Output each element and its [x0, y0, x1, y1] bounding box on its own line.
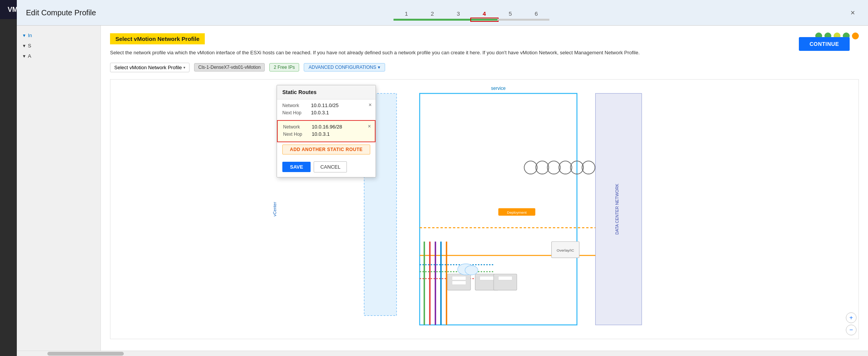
svg-text:DATA CENTER NETWORK: DATA CENTER NETWORK — [615, 184, 619, 235]
vmware-logo: VM — [8, 6, 18, 14]
step-3-label: 3 — [457, 8, 460, 19]
panel-section-a[interactable]: ▾ A — [17, 51, 100, 61]
close-button[interactable]: × — [847, 7, 859, 19]
steps-navigation: 1 2 3 4 5 — [394, 5, 549, 21]
modal-title: Edit Compute Profile — [26, 8, 96, 17]
adv-config-label: ADVANCED CONFIGURATIONS — [309, 65, 376, 70]
route-1-nexthop-field: Next Hop 10.0.3.1 — [282, 110, 370, 115]
zoom-controls: + − — [846, 312, 857, 335]
route-2-nexthop-field: Next Hop 10.0.3.1 — [283, 131, 369, 137]
advanced-configurations-button[interactable]: ADVANCED CONFIGURATIONS ▾ — [304, 63, 385, 72]
continue-button[interactable]: CONTINUE — [799, 37, 850, 51]
scrollbar-thumb[interactable] — [47, 352, 124, 356]
section-description: Select the network profile via which the… — [110, 49, 859, 57]
chevron-down-icon-5: ▾ — [378, 65, 380, 70]
step-4[interactable]: 4 — [471, 8, 497, 21]
chevron-down-icon: ▾ — [23, 33, 26, 38]
route-1-close-button[interactable]: × — [369, 102, 372, 108]
svg-text:vCenter: vCenter — [272, 202, 277, 216]
chevron-down-icon-4: ▾ — [183, 65, 185, 70]
zoom-in-button[interactable]: + — [846, 312, 857, 323]
route-1-network-value: 10.0.11.0/25 — [311, 102, 338, 108]
modal-dialog: Edit Compute Profile 1 2 3 4 — [17, 0, 868, 356]
zoom-out-button[interactable]: − — [846, 325, 857, 335]
top-right-controls: CONTINUE — [815, 33, 859, 39]
route-1-network-label: Network — [282, 103, 311, 108]
step-1-bar — [394, 19, 419, 21]
network-profile-row: Select vMotion Network Profile ▾ Cls-1-D… — [110, 63, 859, 72]
static-routes-popup: Static Routes × Network 10.0.11.0/25 Nex… — [277, 85, 376, 177]
step-6[interactable]: 6 — [523, 8, 549, 21]
add-another-static-route-button[interactable]: ADD ANOTHER STATIC ROUTE — [282, 145, 370, 154]
modal-main-content: Select vMotion Network Profile Select th… — [101, 26, 868, 351]
svg-rect-23 — [480, 276, 494, 280]
route-2-nexthop-value: 10.0.3.1 — [312, 131, 330, 137]
step-4-label: 4 — [483, 8, 486, 19]
modal-left-panel: ▾ In ▾ S ▾ A — [17, 26, 101, 351]
step-6-label: 6 — [535, 8, 538, 19]
modal-body: ▾ In ▾ S ▾ A Select vMotion Network Prof… — [17, 26, 868, 351]
route-2-network-field: Network 10.0.16.96/28 — [283, 124, 369, 130]
network-diagram: vCenter service DATA CENTER NETWORK Depl… — [110, 79, 859, 339]
svg-rect-25 — [498, 276, 512, 280]
popup-title: Static Routes — [277, 85, 376, 99]
route-1-nexthop-label: Next Hop — [282, 110, 311, 115]
save-button[interactable]: SAVE — [282, 162, 311, 172]
left-sidebar — [0, 19, 17, 356]
step-1[interactable]: 1 — [394, 8, 419, 21]
progress-dot-5 — [852, 33, 859, 39]
step-2[interactable]: 2 — [419, 8, 445, 21]
route-2-network-value: 10.0.16.96/28 — [312, 124, 342, 130]
popup-actions: SAVE CANCEL — [277, 158, 376, 177]
step-5-label: 5 — [509, 8, 512, 19]
step-1-label: 1 — [405, 8, 408, 19]
step-2-label: 2 — [431, 8, 434, 19]
horizontal-scrollbar[interactable] — [17, 351, 868, 356]
chevron-down-icon-2: ▾ — [23, 43, 26, 49]
profile-value-tag: Cls-1-DenseX7-vds01-vMotion — [194, 63, 265, 72]
panel-section-in[interactable]: ▾ In — [17, 30, 100, 41]
step-5[interactable]: 5 — [497, 8, 523, 21]
route-1-network-field: Network 10.0.11.0/25 — [282, 102, 370, 108]
route-2-nexthop-label: Next Hop — [283, 132, 312, 137]
step-4-bar — [471, 19, 497, 21]
svg-rect-21 — [452, 281, 466, 285]
diagram-svg: vCenter service DATA CENTER NETWORK Depl… — [110, 80, 858, 339]
modal-header: Edit Compute Profile 1 2 3 4 — [17, 0, 868, 26]
route-2-close-button[interactable]: × — [368, 123, 371, 129]
step-2-bar — [419, 19, 445, 21]
svg-rect-20 — [452, 276, 466, 280]
route-1-nexthop-value: 10.0.3.1 — [311, 110, 329, 115]
route-entry-2: × Network 10.0.16.96/28 Next Hop 10.0.3.… — [277, 120, 376, 142]
step-3[interactable]: 3 — [445, 8, 471, 21]
chevron-down-icon-3: ▾ — [23, 53, 26, 59]
step-6-bar — [523, 19, 549, 21]
panel-a-label: A — [28, 53, 31, 59]
step-5-bar — [497, 19, 523, 21]
cancel-button[interactable]: CANCEL — [314, 161, 347, 172]
panel-s-label: S — [28, 43, 31, 49]
section-title: Select vMotion Network Profile — [110, 33, 205, 44]
svg-text:Overlay/IC: Overlay/IC — [557, 248, 574, 252]
route-2-network-label: Network — [283, 124, 312, 130]
svg-text:service: service — [491, 86, 506, 91]
free-ips-badge: 2 Free IPs — [269, 63, 299, 72]
panel-in-label: In — [28, 33, 32, 38]
svg-point-27 — [465, 266, 478, 275]
step-3-bar — [445, 19, 471, 21]
profile-select-dropdown[interactable]: Select vMotion Network Profile ▾ — [110, 63, 189, 72]
route-entry-1: × Network 10.0.11.0/25 Next Hop 10.0.3.1 — [277, 99, 376, 120]
profile-select-label: Select vMotion Network Profile — [114, 65, 182, 70]
svg-text:Deployment: Deployment — [507, 210, 527, 215]
panel-section-s[interactable]: ▾ S — [17, 41, 100, 51]
